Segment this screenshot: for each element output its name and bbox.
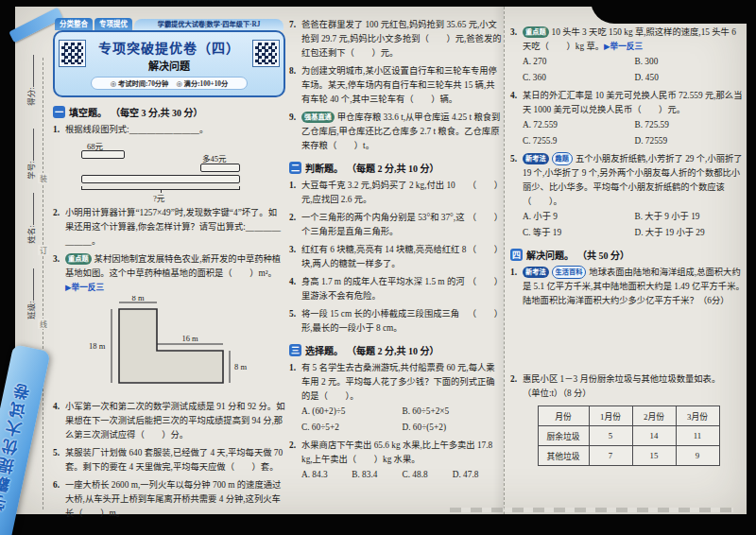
options: A. 小于 9 B. 大于 9 小于 19 C. 等于 19 D. 大于 19 … bbox=[510, 209, 747, 240]
option-c: C. 7255.9 bbox=[523, 133, 635, 149]
header-tabs: 分类整合 专项提优 学霸提优大试卷|数学·四年级下·RJ bbox=[55, 16, 284, 30]
scanned-exam-screenshot: 装 订 线 得分: 学号: 姓名: 班级: 学霸提优大试卷 分类整合 专项提优 … bbox=[0, 0, 756, 535]
binding-line bbox=[43, 58, 43, 509]
fun-badge: 趣题 bbox=[552, 152, 573, 165]
svg-text:8 m: 8 m bbox=[234, 362, 247, 371]
section-choice-heading: 三 选择题。（每题 2 分,共 10 分） bbox=[289, 343, 503, 357]
svg-text:8 m: 8 m bbox=[132, 296, 145, 302]
option-c: C. 等于 19 bbox=[523, 225, 635, 241]
section-judge-heading: 二 判断题。（每题 2 分,共 10 分） bbox=[289, 161, 503, 175]
score-field: 得分: bbox=[25, 44, 36, 116]
student-id-field: 学号: bbox=[25, 118, 36, 190]
right-column: 3. 重点题10 头牛 3 天吃 150 kg 草,照这样的速度,15 头牛 6… bbox=[510, 22, 747, 466]
exam-title: 专项突破提优卷（四） bbox=[89, 38, 249, 57]
exam-title-box: 专项突破提优卷（四） 解决问题 ◎ 考试时间:70分钟◎ 满分:100+10分 bbox=[53, 30, 285, 97]
svg-text:16 m: 16 m bbox=[181, 334, 198, 343]
qr-code-icon bbox=[253, 41, 279, 66]
option-d: D. 60÷(5+2) bbox=[403, 420, 504, 436]
option-a: A. (60+2)÷5 bbox=[301, 404, 403, 420]
exam-subtitle: 解决问题 bbox=[59, 58, 280, 73]
options: A. 84.3 B. 83.4 C. 48.8 D. 47.8 bbox=[289, 467, 503, 483]
svg-text:18 m: 18 m bbox=[89, 341, 106, 351]
question: 4. （ ）身高 1.7 m 的成年人在平均水深 1.5 m 的河里游泳不会有危… bbox=[289, 275, 503, 303]
section-fill-heading: 一 填空题。（每空 3 分,共 30 分） bbox=[53, 105, 285, 119]
footer-fragment bbox=[450, 508, 733, 512]
option-d: D. 47.8 bbox=[453, 467, 503, 483]
exam-paper-page: 装 订 线 得分: 学号: 姓名: 班级: 学霸提优大试卷 分类整合 专项提优 … bbox=[15, 7, 747, 514]
binding-char: 线 bbox=[38, 319, 49, 329]
options: A. 72.559 B. 725.59 C. 7255.9 D. 72559 bbox=[510, 117, 747, 148]
option-c: C. 48.8 bbox=[403, 467, 453, 483]
unit-note: （单位:t）（8 分） bbox=[523, 388, 592, 398]
option-a: A. 72.559 bbox=[523, 117, 635, 133]
question: 6. 一座大桥长 2600 m,一列火车以每分钟 700 m 的速度通过大桥,从… bbox=[53, 478, 285, 521]
option-d: D. 450 bbox=[635, 70, 747, 86]
section-number-icon: 二 bbox=[289, 162, 301, 174]
exam-time: ◎ 考试时间:70分钟 bbox=[111, 79, 169, 88]
key-question-badge: 重点题 bbox=[523, 26, 549, 38]
table-row: 月份 1月份 2月份 3月份 bbox=[538, 406, 719, 426]
option-b: B. 725.59 bbox=[635, 117, 747, 133]
brace bbox=[81, 186, 240, 190]
class-field: 班级: bbox=[25, 258, 36, 330]
question: 5. 某服装厂计划做 640 套服装,已经做了 4 天,平均每天做 70 套。剩… bbox=[53, 446, 285, 475]
exam-meta: ◎ 考试时间:70分钟◎ 满分:100+10分 bbox=[91, 77, 248, 90]
waste-table: 月份 1月份 2月份 3月份 厨余垃圾 5 14 11 其他垃圾 7 15 9 bbox=[538, 406, 720, 466]
tab-category: 分类整合 bbox=[55, 18, 93, 30]
question: 8. 为创建文明城市,某小区设置自行车和三轮车专用停车场。某天,停车场内有自行车… bbox=[289, 64, 503, 107]
judge-mark: （ ） bbox=[468, 211, 503, 225]
tab-special: 专项提优 bbox=[94, 18, 132, 30]
option-a: A. 小于 9 bbox=[523, 209, 635, 225]
question: 2. 水果商店下午卖出 65.6 kg 水果,比上午多卖出 17.8 kg,上午… bbox=[289, 439, 503, 467]
judge-mark: （ ） bbox=[468, 179, 503, 193]
question: 4. 某日的外汇汇率是 10 美元可兑换人民币 72.559 元,那么当天 10… bbox=[510, 89, 747, 117]
judge-mark: （ ） bbox=[468, 307, 503, 321]
qr-code-icon bbox=[60, 41, 85, 66]
section-number-icon: 四 bbox=[510, 249, 523, 261]
options: A. (60+2)÷5 B. 60÷5+2×5 C. 60÷5+2 D. 60÷… bbox=[289, 404, 503, 435]
tape-label: ?元 bbox=[153, 192, 164, 203]
option-b: B. 83.4 bbox=[352, 467, 402, 483]
land-figure: 8 m 18 m 16 m 8 m bbox=[60, 296, 278, 396]
table-row: 其他垃圾 7 15 9 bbox=[538, 446, 719, 466]
new-method-badge: 新考法 bbox=[523, 267, 549, 278]
option-c: C. 360 bbox=[523, 70, 635, 86]
tape-bar bbox=[200, 164, 240, 172]
question: 3. （ ）红红有 6 块糖,亮亮有 14 块糖,亮亮给红红 8 块,两人的糖就… bbox=[289, 243, 503, 271]
question: 2. 小明用计算器计算“1257×49”时,发现数字键“4”坏了。如果还用这个计… bbox=[53, 206, 285, 249]
option-b: B. 60÷5+2×5 bbox=[403, 404, 504, 420]
key-question-badge: 重点题 bbox=[65, 253, 92, 265]
new-method-badge: 新考法 bbox=[523, 153, 549, 164]
option-b: B. 300 bbox=[635, 54, 747, 70]
question: 7. 爸爸在群里发了 100 元红包,妈妈抢到 35.65 元,小文抢到 29.… bbox=[289, 18, 503, 60]
middle-column: 7. 爸爸在群里发了 100 元红包,妈妈抢到 35.65 元,小文抢到 29.… bbox=[289, 14, 503, 483]
question: 2. 惠民小区 1－3 月份厨余垃圾与其他垃圾数量如表。 （单位:t）（8 分） bbox=[510, 372, 747, 401]
binding-char: 订 bbox=[38, 245, 49, 255]
option-c: C. 60÷5+2 bbox=[301, 420, 403, 436]
scan-corner-shadow bbox=[591, 0, 756, 24]
question: 2. （ ）一个三角形的两个内角分别是 53°和 37°,这个三角形是直角三角形… bbox=[289, 211, 503, 239]
life-knowledge-badge: 生活百科 bbox=[552, 266, 587, 279]
question: 3. 重点题10 头牛 3 天吃 150 kg 草,照这样的速度,15 头牛 6… bbox=[510, 26, 747, 54]
options: A. 270 B. 300 C. 360 D. 450 bbox=[510, 54, 747, 85]
answer-space bbox=[510, 308, 747, 369]
option-a: A. 84.3 bbox=[301, 467, 352, 483]
extension-link: ▶举一反三 bbox=[65, 283, 104, 292]
question: 1. 有 5 名学生去古桑洲游玩,共付船票费 60 元,每人乘车用 2 元。平均… bbox=[289, 361, 503, 404]
tape-label: 多45元 bbox=[202, 152, 227, 164]
name-field: 姓名: bbox=[25, 182, 36, 254]
judge-mark: （ ） bbox=[468, 243, 503, 257]
question: 5. 新考法趣题五个小朋友折纸鹤,小芳折了 29 个,小丽折了 19 个,小华折… bbox=[510, 152, 747, 209]
left-column: 分类整合 专项提优 学霸提优大试卷|数学·四年级下·RJ 专项突破提优卷（四） … bbox=[53, 16, 285, 521]
question: 3. 重点题某村因地制宜发展特色农业,新开发的中草药种植基地如图。这个中草药种植… bbox=[53, 252, 285, 295]
question: 1. 根据线段图列式:＿＿＿＿＿＿＿＿。 bbox=[53, 123, 285, 137]
question: 4. 小军第一次和第二次的数学测试成绩是 91 分和 92 分。如果想在下一次测… bbox=[53, 400, 285, 442]
tape-bar bbox=[81, 175, 240, 183]
table-row: 厨余垃圾 5 14 11 bbox=[538, 426, 719, 446]
option-d: D. 72559 bbox=[635, 133, 747, 149]
option-b: B. 大于 9 小于 19 bbox=[635, 209, 747, 225]
section-number-icon: 三 bbox=[289, 344, 301, 356]
binding-char: 装 bbox=[38, 173, 49, 183]
option-d: D. 大于 19 小于 29 bbox=[635, 225, 747, 241]
question: 1. 新考法生活百科地球表面由陆地和海洋组成,总面积大约是 5.1 亿平方千米,… bbox=[510, 266, 747, 308]
